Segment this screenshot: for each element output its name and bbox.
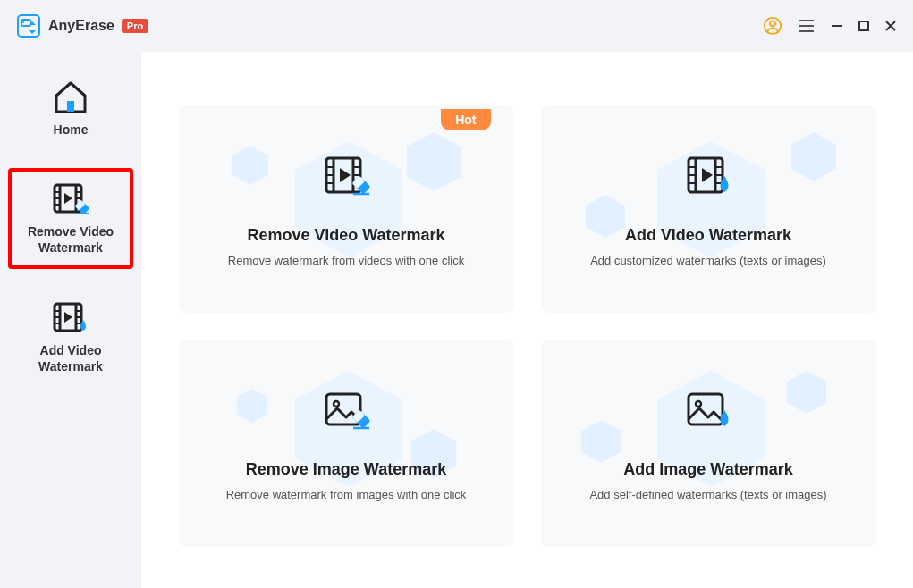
sidebar-item-home[interactable]: Home	[8, 70, 133, 147]
app-title: AnyErase	[48, 18, 114, 34]
card-grid: Hot Remove Video Watermark Remove waterm…	[179, 105, 876, 547]
svg-point-6	[770, 21, 775, 26]
card-remove-image-watermark[interactable]: Remove Image Watermark Remove watermark …	[179, 340, 514, 547]
svg-marker-39	[407, 132, 461, 191]
card-description: Add customized watermarks (texts or imag…	[590, 254, 826, 267]
home-icon	[49, 79, 92, 116]
card-add-image-watermark[interactable]: Add Image Watermark Add self-defined wat…	[541, 340, 876, 547]
card-title: Remove Video Watermark	[247, 226, 444, 245]
card-description: Add self-defined watermarks (texts or im…	[589, 488, 826, 501]
sidebar: Home Remove Video Watermark Add Video Wa…	[0, 52, 141, 588]
logo-group: AnyErase Pro	[16, 13, 148, 38]
card-add-video-watermark[interactable]: Add Video Watermark Add customized water…	[541, 105, 876, 313]
titlebar: AnyErase Pro	[0, 0, 913, 52]
card-decoration	[179, 340, 514, 547]
card-title: Add Image Watermark	[623, 460, 792, 479]
svg-marker-3	[29, 30, 36, 34]
svg-marker-75	[581, 420, 621, 463]
video-drop-icon	[49, 299, 92, 337]
card-title: Add Video Watermark	[625, 226, 791, 245]
main-content: Hot Remove Video Watermark Remove waterm…	[141, 52, 913, 588]
svg-marker-50	[340, 168, 351, 182]
svg-marker-38	[232, 146, 268, 185]
sidebar-item-label: Home	[54, 122, 89, 138]
sidebar-item-add-video-watermark[interactable]: Add Video Watermark	[8, 290, 133, 383]
pro-badge: Pro	[122, 19, 148, 33]
menu-icon[interactable]	[797, 16, 816, 36]
sidebar-item-label: Add Video Watermark	[12, 342, 130, 374]
video-eraser-icon	[49, 181, 92, 218]
svg-rect-11	[859, 21, 868, 30]
card-remove-video-watermark[interactable]: Hot Remove Video Watermark Remove waterm…	[179, 105, 514, 313]
svg-rect-14	[67, 101, 74, 112]
hot-badge: Hot	[441, 109, 490, 130]
account-icon[interactable]	[763, 16, 782, 36]
svg-point-2	[22, 21, 24, 23]
sidebar-item-remove-video-watermark[interactable]: Remove Video Watermark	[8, 168, 133, 268]
image-eraser-icon	[321, 385, 371, 435]
svg-marker-24	[64, 193, 72, 204]
card-decoration	[541, 340, 876, 547]
svg-marker-76	[787, 371, 826, 414]
card-description: Remove watermark from videos with one cl…	[228, 254, 464, 267]
card-description: Remove watermark from images with one cl…	[226, 488, 467, 501]
titlebar-controls	[763, 16, 897, 36]
sidebar-item-label: Remove Video Watermark	[15, 223, 126, 256]
maximize-button[interactable]	[858, 20, 870, 32]
svg-point-71	[334, 401, 339, 407]
svg-marker-55	[791, 132, 836, 181]
close-button[interactable]	[884, 20, 897, 32]
svg-marker-37	[64, 312, 72, 323]
card-decoration	[541, 105, 876, 313]
card-decoration	[179, 105, 514, 313]
image-drop-icon	[683, 385, 733, 435]
video-eraser-icon	[321, 151, 371, 201]
svg-rect-78	[689, 394, 723, 424]
svg-marker-54	[586, 195, 625, 238]
svg-point-79	[696, 401, 701, 407]
card-title: Remove Image Watermark	[246, 460, 446, 479]
svg-marker-67	[237, 389, 267, 423]
svg-marker-66	[702, 168, 713, 182]
video-drop-icon	[683, 151, 733, 201]
minimize-button[interactable]	[831, 20, 843, 32]
app-logo-icon	[16, 13, 41, 38]
